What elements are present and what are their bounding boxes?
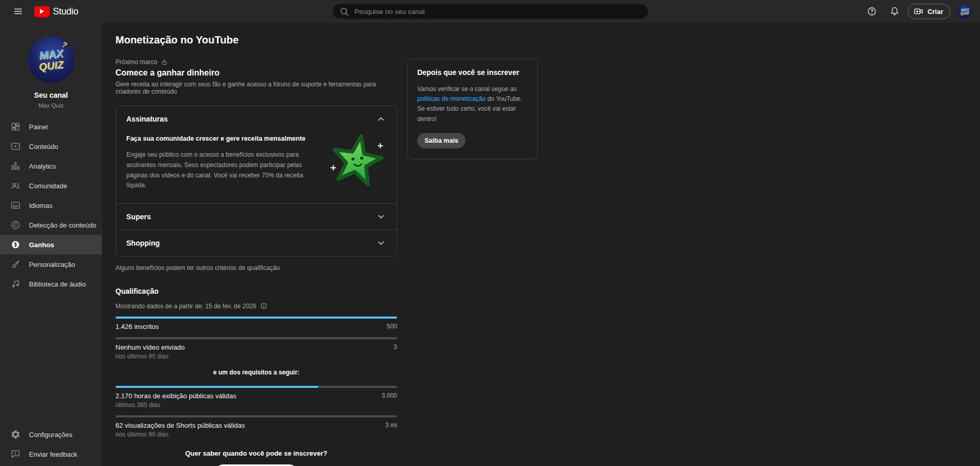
monetization-heading: Comece a ganhar dinheiro	[115, 68, 397, 78]
channel-search-bar[interactable]	[332, 4, 649, 20]
requirement-sublabel: últimos 365 dias	[115, 401, 236, 409]
topbar-right: Criar MAX QUIZ	[862, 2, 972, 21]
user-avatar[interactable]: MAX QUIZ	[958, 5, 972, 19]
progress-bar	[115, 415, 397, 417]
aside-body-text: Vamos verificar se o canal segue as	[417, 85, 517, 93]
accordion-body-assinaturas: Faça sua comunidade crescer e gere recei…	[116, 132, 397, 203]
sidebar-item-label: Idiomas	[29, 202, 53, 209]
milestone-row: Próximo marco	[115, 58, 397, 66]
progress-bar-fill	[115, 386, 318, 388]
requirement-target: 3	[393, 343, 397, 351]
alternative-requirements-divider: e um dos requisitos a seguir:	[115, 369, 397, 376]
qualification-title: Qualificação	[115, 287, 397, 295]
chevron-up-icon	[376, 114, 386, 124]
benefit-description: Engaje seu público com o acesso a benefí…	[126, 150, 317, 191]
accordion-section-supers: Supers	[116, 203, 397, 230]
sidebar-item-comunidade[interactable]: Comunidade	[0, 176, 102, 196]
channel-subtitle: Max Quiz	[0, 102, 102, 109]
requirement-sublabel: nos últimos 90 dias	[115, 353, 185, 360]
sidebar-item-label: Detecção de conteúdo	[29, 221, 96, 229]
analytics-icon	[10, 161, 21, 171]
notifications-button[interactable]	[885, 2, 904, 21]
milestone-label: Próximo marco	[115, 58, 157, 66]
requirement-target: 3 mi	[385, 422, 397, 429]
accordion-header-shopping[interactable]: Shopping	[116, 230, 397, 256]
topbar-left: Studio	[8, 2, 82, 21]
channel-name: Seu canal	[0, 91, 102, 99]
content-columns: Próximo marco Comece a ganhar dinheiro G…	[115, 58, 980, 466]
accordion-section-assinaturas: Assinaturas Faça sua comunidade crescer …	[116, 106, 397, 203]
sidebar-item-label: Ganhos	[29, 241, 54, 249]
benefits-accordion: Assinaturas Faça sua comunidade crescer …	[115, 106, 397, 257]
dashboard-icon	[10, 122, 21, 132]
accordion-header-assinaturas[interactable]: Assinaturas	[116, 106, 397, 132]
sidebar-item-label: Analytics	[29, 162, 56, 170]
settings-gear-icon	[10, 429, 21, 440]
requirement-shorts-views: 62 visualizações de Shorts públicas váli…	[115, 415, 397, 438]
learn-more-button[interactable]: Saiba mais	[417, 133, 465, 148]
aside-card-title: Depois que você se inscrever	[417, 68, 528, 77]
help-button[interactable]	[862, 2, 882, 21]
help-icon	[867, 6, 877, 17]
sidebar-item-label: Biblioteca de áudio	[29, 280, 86, 288]
search-icon	[339, 6, 349, 17]
requirement-watch-hours: 2.170 horas de exibição públicas válidas…	[115, 386, 397, 409]
create-button[interactable]: Criar	[908, 4, 950, 19]
monetization-policies-link[interactable]: políticas de monetização	[417, 95, 486, 102]
sidebar-item-enviar-feedback[interactable]: Enviar feedback	[0, 444, 102, 464]
accordion-header-supers[interactable]: Supers	[116, 204, 397, 230]
channel-avatar[interactable]: ? MAX QUIZ	[28, 36, 75, 83]
sidebar-item-personalizacao[interactable]: Personalização	[0, 254, 102, 274]
avatar-word-bottom: QUIZ	[38, 59, 64, 72]
sidebar-item-analytics[interactable]: Analytics	[0, 156, 102, 176]
requirement-videos: Nenhum vídeo enviado nos últimos 90 dias…	[115, 337, 397, 360]
sidebar-item-label: Configurações	[29, 431, 72, 439]
accordion-footnote: Alguns benefícios podem ter outros crité…	[115, 264, 397, 272]
sidebar-item-label: Conteúdo	[29, 143, 58, 151]
hamburger-menu-button[interactable]	[8, 2, 28, 21]
lock-icon	[161, 59, 168, 66]
requirement-target: 3.000	[382, 392, 397, 399]
sidebar-item-label: Comunidade	[29, 182, 67, 190]
create-video-icon	[913, 6, 924, 17]
feedback-icon	[10, 449, 21, 459]
sidebar-item-configuracoes[interactable]: Configurações	[0, 425, 102, 444]
sidebar-item-label: Painel	[29, 123, 48, 131]
benefit-title: Faça sua comunidade crescer e gere recei…	[126, 135, 318, 142]
topbar: Studio Criar MAX QUIZ	[0, 0, 980, 23]
requirement-target: 500	[387, 323, 397, 330]
youtube-play-icon	[34, 6, 50, 17]
hamburger-menu-icon	[13, 6, 23, 17]
sidebar-item-ganhos[interactable]: Ganhos	[0, 235, 102, 254]
sidebar-item-conteudo[interactable]: Conteúdo	[0, 137, 102, 156]
chevron-down-icon	[376, 238, 386, 248]
requirement-sublabel: nos últimos 90 dias	[115, 431, 245, 438]
accordion-title: Assinaturas	[126, 115, 168, 123]
app-shell: ? MAX QUIZ Seu canal Max Quiz Painel Con…	[0, 23, 980, 466]
monetization-subheading: Gere receita ao interagir com seus fãs e…	[115, 81, 397, 95]
aside-card-body: Vamos verificar se o canal segue as polí…	[417, 84, 528, 124]
progress-bar	[115, 337, 397, 339]
data-note-text: Mostrando dados de a partir de: 15 de fe…	[115, 303, 256, 310]
sidebar-item-deteccao-de-conteudo[interactable]: Detecção de conteúdo	[0, 215, 102, 235]
requirement-subscribers: 1.426 inscritos 500	[115, 317, 397, 330]
channel-header: ? MAX QUIZ Seu canal Max Quiz	[0, 36, 102, 109]
youtube-studio-logo[interactable]: Studio	[30, 6, 82, 17]
after-subscribe-card: Depois que você se inscrever Vamos verif…	[407, 58, 538, 159]
earn-dollar-icon	[10, 239, 21, 250]
info-icon[interactable]	[260, 302, 268, 310]
page-title: Monetização no YouTube	[115, 34, 980, 46]
sidebar: ? MAX QUIZ Seu canal Max Quiz Painel Con…	[0, 23, 102, 466]
avatar-word-top: MAX	[38, 47, 64, 61]
sidebar-item-idiomas[interactable]: Idiomas	[0, 196, 102, 215]
avatar-word-bottom: QUIZ	[960, 11, 969, 16]
sidebar-item-biblioteca-de-audio[interactable]: Biblioteca de áudio	[0, 274, 102, 294]
accordion-section-shopping: Shopping	[116, 230, 397, 256]
product-name: Studio	[53, 6, 78, 17]
sidebar-menu: Painel Conteúdo Analytics Comunidade Idi…	[0, 117, 102, 294]
sidebar-item-painel[interactable]: Painel	[0, 117, 102, 137]
copyright-icon	[10, 220, 21, 230]
search-input[interactable]	[355, 8, 644, 16]
chevron-down-icon	[376, 212, 386, 222]
subscribe-question: Quer saber quando você pode se inscrever…	[115, 449, 397, 457]
